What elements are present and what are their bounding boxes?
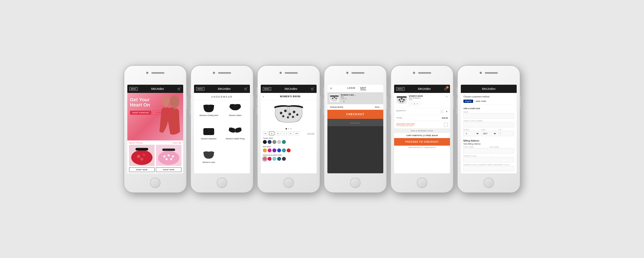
swatch-cyan[interactable] [282, 148, 286, 152]
swatch-grey[interactable] [272, 140, 276, 144]
swatch-dotty3[interactable] [272, 157, 276, 161]
phone3-menu-button[interactable]: MENU [263, 87, 271, 91]
swatch-blue[interactable] [277, 148, 281, 152]
phone-4-home-button[interactable] [350, 178, 360, 188]
svg-rect-4 [136, 148, 148, 151]
category-item-cheeky[interactable]: Women's Cheeky Brief [196, 103, 221, 124]
phone2-cart-icon[interactable]: 🛒 [244, 87, 248, 91]
qty-minus[interactable]: − [411, 102, 412, 105]
total-value: $18.00 [442, 117, 448, 119]
close-cart-item[interactable]: ✕ [446, 95, 448, 98]
shop-now-btn-2[interactable]: SHOP NOW [156, 167, 182, 172]
swatch-black[interactable] [263, 140, 267, 144]
cart-item-thumbnail [330, 94, 339, 102]
cc-number-label: CREDIT CARD NUMBER [464, 120, 514, 122]
swatch-navy[interactable] [268, 140, 272, 144]
qty-plus[interactable]: + [417, 102, 418, 105]
cvc-input[interactable] [498, 131, 514, 136]
phone-2-home-button[interactable] [217, 178, 227, 188]
swatch-lightgrey[interactable] [277, 140, 281, 144]
new-card-button[interactable]: NEW CARD [476, 100, 486, 102]
month-select[interactable]: 1234 5678 9101112 [464, 131, 480, 136]
paypal-button[interactable]: PayPal [464, 100, 473, 103]
proceed-checkout-button[interactable]: PROCEED TO CHECKOUT [394, 138, 450, 146]
size-s[interactable]: S [269, 131, 274, 135]
dot-2[interactable] [288, 128, 289, 129]
phone-5-top [413, 72, 431, 74]
svg-point-15 [170, 158, 172, 160]
swatch-dotty1[interactable] [263, 157, 267, 161]
hero-banner: Get Your Heart On SHOP COUPLES GOING STA… [127, 93, 183, 140]
swatch-purple[interactable] [272, 148, 276, 152]
phone-5-shell: MENU MeUndies 🛒 1 [391, 65, 454, 193]
category-item-boyshort[interactable]: Women's Boyshort [196, 126, 221, 147]
back-button[interactable]: ‹ [263, 95, 264, 98]
swatch-dotty4[interactable] [277, 157, 281, 161]
tab-edit[interactable]: EDIT [360, 87, 366, 90]
dot-1[interactable] [286, 128, 287, 129]
category-item-bikini[interactable]: Women's Bikini [223, 103, 247, 124]
cart-icon[interactable]: 🛒 [177, 87, 181, 91]
phone-camera-icon [146, 72, 148, 74]
subtotal-label: Subtotal ($USD) [330, 106, 343, 108]
last-name-input[interactable] [490, 148, 514, 153]
qty-dropdown-arrow[interactable]: ▼ [446, 111, 448, 113]
last-name-col: LAST NAME [490, 146, 514, 155]
lacie-icon [201, 149, 216, 160]
name-input[interactable] [464, 113, 514, 119]
phone-1-home-button[interactable] [150, 178, 160, 188]
address1-input[interactable] [464, 157, 514, 162]
product-thumb-1[interactable] [129, 144, 154, 166]
phone-5-home-button[interactable] [417, 178, 427, 188]
swatch-orange[interactable] [263, 148, 267, 152]
subscribe-row: Subscribe & Save 22% to a new pair each … [394, 121, 450, 129]
phone2-header: MENU MeUndies 🛒 [194, 85, 250, 93]
swatch-dotty5[interactable] [282, 157, 286, 161]
year-select[interactable]: 2017201820192020 [481, 131, 497, 136]
phone-3-home-button[interactable] [284, 178, 294, 188]
phone-4-top [346, 72, 364, 74]
size-xl[interactable]: XL [288, 131, 293, 135]
swatch-dotty2[interactable] [268, 157, 272, 161]
classic-swatches [263, 140, 314, 144]
category-item-lacie[interactable]: Women's Lacie [196, 149, 221, 171]
going-stag-button[interactable]: GOING STAG [152, 111, 171, 115]
qty-select[interactable]: 1 [440, 110, 444, 113]
dot-3[interactable] [290, 128, 292, 129]
cc-number-input[interactable] [464, 122, 514, 127]
phone3-logo: MeUndies [284, 87, 297, 91]
size-xs[interactable]: XS [263, 131, 268, 135]
reward-code-section[interactable]: ADD A REWARD CODE [394, 129, 450, 133]
swatch-red[interactable] [287, 148, 290, 152]
first-name-input[interactable] [464, 148, 488, 153]
size-m[interactable]: M [276, 131, 281, 135]
size-guide-link[interactable]: Size guide [307, 133, 314, 134]
quantity-stepper[interactable]: 1 ▼ [440, 110, 448, 113]
menu-button[interactable]: MENU [130, 87, 138, 91]
shop-now-btn-1[interactable]: SHOP NOW [129, 167, 154, 172]
svg-point-21 [293, 111, 295, 113]
phone2-menu-button[interactable]: MENU [196, 87, 204, 91]
swatch-pink[interactable] [268, 148, 272, 152]
subscribe-checkbox[interactable] [444, 123, 448, 127]
close-button[interactable]: ✕ [330, 86, 332, 91]
shop-couples-button[interactable]: SHOP COUPLES [130, 111, 151, 115]
phone3-cart-icon[interactable]: 🛒 [311, 87, 314, 91]
size-l[interactable]: L [282, 131, 287, 135]
qty-minus-btn[interactable]: − [341, 100, 342, 102]
size-2xl[interactable]: 2XL [294, 131, 300, 135]
cart-item-detail: Dotty, M... [341, 98, 381, 99]
swatch-teal[interactable] [282, 140, 286, 144]
phone-2-speaker [218, 72, 231, 74]
category-item-thong[interactable]: Women's Modal Thong [223, 126, 247, 147]
checkout-button[interactable]: CHECKOUT [328, 110, 383, 119]
phone-6-home-button[interactable] [484, 178, 494, 188]
svg-point-20 [288, 113, 291, 115]
tab-login[interactable]: LOGIN [347, 87, 355, 90]
product-thumb-2[interactable] [156, 144, 182, 166]
adventurous-label: Adventurous ($18) Dotty [263, 154, 314, 156]
phone5-menu-button[interactable]: MENU [396, 87, 404, 91]
address2-input[interactable] [464, 166, 514, 171]
phone-6-speaker [485, 72, 498, 74]
quantity-label: QUANTITY [396, 110, 406, 113]
